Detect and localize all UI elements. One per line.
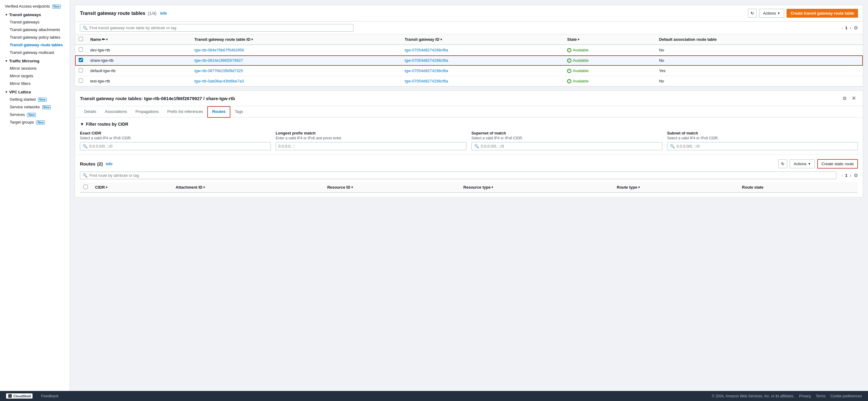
routes-info-link[interactable]: info bbox=[106, 162, 113, 166]
main-actions-button[interactable]: Actions ▼ bbox=[759, 9, 784, 18]
sidebar-item-transit-gateway-multicast[interactable]: Transit gateway multicast bbox=[5, 49, 70, 56]
row4-checkbox-cell bbox=[75, 76, 87, 86]
routes-header-resource-id: Resource ID ▾ bbox=[324, 182, 460, 193]
main-sort-name[interactable]: Name ✏ ▾ bbox=[90, 37, 107, 42]
sidebar-item-target-groups[interactable]: Target groups New bbox=[5, 118, 70, 126]
filter-chevron-icon: ▼ bbox=[80, 122, 84, 126]
main-table: Name ✏ ▾ Transit gateway route table ID … bbox=[75, 34, 863, 86]
sidebar-section-traffic-mirroring[interactable]: ▼ Traffic Mirroring bbox=[0, 56, 70, 64]
table-row[interactable]: share-tgw-rtb tgw-rtb-0814e1f66f2679927 … bbox=[75, 55, 863, 66]
main-panel-actions: ↻ Actions ▼ Create transit gateway route… bbox=[748, 9, 858, 18]
row4-status-badge: Available bbox=[567, 79, 652, 83]
subnet-input[interactable] bbox=[677, 144, 855, 148]
table-row[interactable]: default-tgw-rtb tgw-rtb-08776b15fbf9d732… bbox=[75, 66, 863, 76]
main-select-all-checkbox[interactable] bbox=[79, 37, 83, 41]
sidebar-section-transit-gateways[interactable]: ▼ Transit gateways bbox=[0, 10, 70, 18]
sidebar-section-vpc-lattice[interactable]: ▼ VPC Lattice bbox=[0, 87, 70, 95]
main-header-default-assoc: Default association route table bbox=[656, 34, 863, 45]
routes-sort-attachment-id[interactable]: Attachment ID ▾ bbox=[176, 185, 205, 190]
row2-default-assoc: No bbox=[656, 55, 863, 66]
tab-prefix-list-references[interactable]: Prefix list references bbox=[163, 106, 207, 117]
main-content: Transit gateway route tables (1/4) info … bbox=[70, 0, 868, 391]
row4-checkbox[interactable] bbox=[79, 79, 83, 83]
routes-prev-page-button[interactable]: ‹ bbox=[840, 173, 844, 179]
routes-select-all-checkbox[interactable] bbox=[84, 185, 88, 189]
detail-header-actions: ⚙ ✕ bbox=[842, 94, 858, 102]
main-sort-route-table-id[interactable]: Transit gateway route table ID ▾ bbox=[194, 37, 253, 42]
routes-search-input[interactable] bbox=[89, 173, 834, 178]
routes-pagination: ‹ 1 › ⚙ bbox=[840, 173, 858, 179]
main-sort-state[interactable]: State ▾ bbox=[567, 37, 579, 42]
tab-tags[interactable]: Tags bbox=[230, 106, 247, 117]
main-next-page-button[interactable]: › bbox=[848, 25, 852, 31]
sidebar-item-mirror-sessions[interactable]: Mirror sessions bbox=[5, 64, 70, 72]
routes-sort-resource-id[interactable]: Resource ID ▾ bbox=[327, 185, 353, 190]
main-prev-page-button[interactable]: ‹ bbox=[840, 25, 844, 31]
routes-table-settings-icon[interactable]: ⚙ bbox=[854, 173, 858, 178]
routes-table-wrap: CIDR ▾ Attachment ID ▾ bbox=[80, 182, 858, 193]
supernet-sublabel: Select a valid IP4 or IPv6 CIDR. bbox=[471, 136, 662, 140]
row1-transit-gw-link[interactable]: tgw-07054d8274298cf8a bbox=[405, 48, 448, 52]
routes-next-page-button[interactable]: › bbox=[848, 173, 852, 179]
sidebar-item-transit-gateway-policy-tables[interactable]: Transit gateway policy tables bbox=[5, 33, 70, 41]
routes-sort-route-type[interactable]: Route type ▾ bbox=[617, 185, 640, 190]
sidebar-item-getting-started[interactable]: Getting started New bbox=[5, 95, 70, 103]
row2-checkbox[interactable] bbox=[79, 58, 83, 62]
table-row[interactable]: test-tgw-rtb tgw-rtb-0ab08ac43fd6be7a3 t… bbox=[75, 76, 863, 86]
row3-default-assoc: Yes bbox=[656, 66, 863, 76]
detail-close-button[interactable]: ✕ bbox=[850, 94, 858, 102]
main-sort-transit-gw-id[interactable]: Transit gateway ID ▾ bbox=[405, 37, 442, 42]
sidebar-item-service-networks[interactable]: Service networks New bbox=[5, 103, 70, 111]
filter-exact-cidr: Exact CIDR Select a valid IP4 or IPv6 CI… bbox=[80, 131, 271, 150]
row4-route-table-link[interactable]: tgw-rtb-0ab08ac43fd6be7a3 bbox=[194, 79, 244, 83]
exact-cidr-input[interactable] bbox=[89, 144, 268, 148]
terms-link[interactable]: Terms bbox=[816, 394, 826, 398]
routes-refresh-button[interactable]: ↻ bbox=[778, 160, 787, 168]
row1-route-table-link[interactable]: tgw-rtb-064e76b67f5482956 bbox=[194, 48, 244, 52]
main-page-number: 1 bbox=[845, 26, 847, 30]
longest-prefix-input[interactable] bbox=[278, 144, 464, 148]
sidebar-item-verified-access[interactable]: Verified Access endpoints New bbox=[0, 2, 70, 10]
row3-route-table-link[interactable]: tgw-rtb-08776b15fbf9d7325 bbox=[194, 68, 243, 73]
routes-table: CIDR ▾ Attachment ID ▾ bbox=[80, 182, 858, 193]
tab-associations[interactable]: Associations bbox=[101, 106, 131, 117]
feedback-link[interactable]: Feedback bbox=[41, 394, 58, 398]
cloudshell-button[interactable]: ⬛ CloudShell bbox=[6, 393, 33, 399]
main-search-input[interactable] bbox=[89, 26, 351, 30]
filter-routes-title[interactable]: ▼ Filter routes by CIDR bbox=[80, 122, 858, 126]
row2-route-table-link[interactable]: tgw-rtb-0814e1f66f2679927 bbox=[194, 58, 243, 63]
row4-transit-gw-link[interactable]: tgw-07054d8274298cf8a bbox=[405, 79, 448, 83]
tab-propagations[interactable]: Propagations bbox=[131, 106, 163, 117]
privacy-link[interactable]: Privacy bbox=[799, 394, 811, 398]
sidebar-item-transit-gateway-route-tables[interactable]: Transit gateway route tables bbox=[5, 41, 70, 49]
refresh-icon: ↻ bbox=[751, 11, 754, 16]
tgwid-sort-icon: ▾ bbox=[440, 38, 442, 41]
sidebar-item-mirror-filters[interactable]: Mirror filters bbox=[5, 80, 70, 87]
main-table-wrap: Name ✏ ▾ Transit gateway route table ID … bbox=[75, 34, 863, 86]
row3-checkbox[interactable] bbox=[79, 68, 83, 73]
cookie-preferences-link[interactable]: Cookie preferences bbox=[830, 394, 862, 398]
supernet-input[interactable] bbox=[481, 144, 659, 148]
routes-sort-resource-type[interactable]: Resource type ▾ bbox=[463, 185, 493, 190]
sidebar-item-services[interactable]: Services New bbox=[5, 111, 70, 118]
routes-actions: ↻ Actions ▼ Create static route bbox=[778, 159, 858, 169]
routes-actions-button[interactable]: Actions ▼ bbox=[789, 160, 815, 168]
row2-status-badge: Available bbox=[567, 58, 652, 63]
row1-checkbox[interactable] bbox=[79, 48, 83, 52]
row1-checkbox-cell bbox=[75, 45, 87, 55]
row3-transit-gw-link[interactable]: tgw-07054d8274298cf8a bbox=[405, 68, 448, 73]
detail-settings-icon[interactable]: ⚙ bbox=[842, 95, 847, 101]
tab-routes[interactable]: Routes bbox=[207, 106, 230, 118]
routes-sort-cidr[interactable]: CIDR ▾ bbox=[95, 185, 107, 190]
main-refresh-button[interactable]: ↻ bbox=[748, 9, 757, 18]
table-row[interactable]: dev-tgw-rtb tgw-rtb-064e76b67f5482956 tg… bbox=[75, 45, 863, 55]
main-info-link[interactable]: info bbox=[160, 11, 167, 16]
sidebar-item-transit-gateways[interactable]: Transit gateways bbox=[5, 18, 70, 26]
create-static-route-button[interactable]: Create static route bbox=[817, 159, 858, 169]
row2-transit-gw-link[interactable]: tgw-07054d8274298cf8a bbox=[405, 58, 448, 63]
tab-details[interactable]: Details bbox=[80, 106, 101, 117]
main-table-settings-icon[interactable]: ⚙ bbox=[854, 25, 858, 31]
sidebar-item-mirror-targets[interactable]: Mirror targets bbox=[5, 72, 70, 80]
create-route-table-button[interactable]: Create transit gateway route table bbox=[786, 9, 858, 18]
sidebar-item-transit-gateway-attachments[interactable]: Transit gateway attachments bbox=[5, 26, 70, 33]
